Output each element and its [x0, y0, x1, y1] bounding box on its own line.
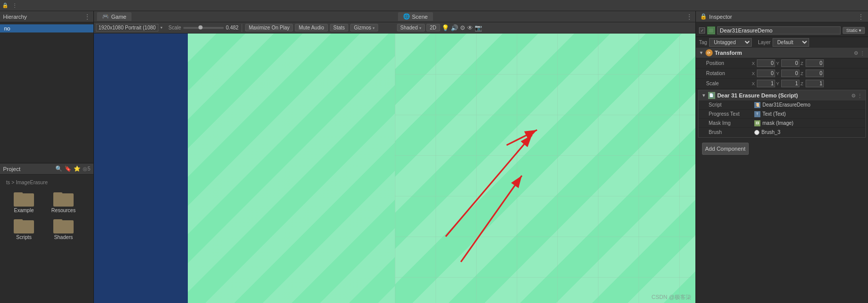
brush-label: Brush [709, 129, 754, 135]
scale-y-input[interactable] [781, 80, 799, 87]
scene-grid [395, 33, 696, 303]
add-component-button[interactable]: Add Component [702, 143, 749, 155]
sy-label: Y [776, 81, 780, 86]
hierarchy-selected-item[interactable]: no [0, 24, 93, 32]
progress-text-ref[interactable]: Text (Text) [762, 111, 786, 117]
transform-collapse-icon: ▼ [699, 50, 704, 55]
rotation-x-item: X [752, 70, 775, 77]
brush-value: Brush_3 [754, 129, 861, 135]
gizmos-arrow: ▾ [373, 26, 375, 30]
mute-audio-button[interactable]: Mute Audio [295, 24, 327, 31]
position-x-item: X [752, 59, 775, 67]
static-button[interactable]: Static ▾ [843, 27, 865, 34]
2d-button[interactable]: 2D [426, 24, 440, 31]
project-panel-header: Project 🔍 🔖 ⭐ ◎5 [0, 163, 93, 175]
folder-scripts[interactable]: Scripts [6, 217, 42, 240]
scale-z-item: Z [800, 80, 824, 87]
rotation-z-item: Z [800, 70, 824, 77]
hierarchy-dots[interactable]: ⋮ [84, 13, 90, 20]
script-filename[interactable]: Dear31ErasureDemo [762, 102, 811, 108]
folder-scripts-label: Scripts [16, 234, 32, 240]
scale-z-input[interactable] [806, 80, 824, 87]
inspector-tab[interactable]: Inspector [709, 14, 732, 20]
x-label: X [752, 61, 756, 66]
script-component-header[interactable]: ▼ 📄 Dear 31 Erasure Demo (Script) ⚙ ⋮ [698, 90, 865, 100]
scale-x-input[interactable] [757, 80, 775, 87]
position-z-input[interactable] [806, 59, 824, 67]
folder-example[interactable]: Example [6, 190, 42, 213]
transform-settings-icon[interactable]: ⚙ ⋮ [854, 50, 865, 56]
position-label: Position [706, 60, 752, 66]
scale-value: 0.482 [226, 25, 239, 30]
gizmos-button[interactable]: Gizmos ▾ [350, 24, 378, 31]
scene-tab[interactable]: 🌐 Scene [398, 12, 433, 21]
position-x-input[interactable] [757, 59, 775, 67]
stats-button[interactable]: Stats [330, 24, 349, 31]
top-bar: 🔒 ⋮ [0, 0, 868, 11]
scale-slider[interactable] [183, 27, 224, 29]
hierarchy-tab-label: Hierarchy [3, 14, 27, 20]
main-area: Hierarchy ⋮ no Project 🔍 🔖 ⭐ ◎5 ts > Ima… [0, 11, 868, 303]
script-collapse-icon: ▼ [702, 93, 706, 98]
game-tab-icon: 🎮 [102, 13, 109, 20]
layer-label: Layer [758, 40, 771, 45]
folder-shaders-icon [53, 217, 74, 233]
filter-icon[interactable]: ◎5 [83, 166, 90, 172]
game-stripe-overlay [188, 33, 395, 303]
layer-dropdown[interactable]: Default [773, 38, 809, 47]
scale-x-item: X [752, 80, 775, 87]
position-y-input[interactable] [781, 59, 799, 67]
object-name-input[interactable] [717, 26, 841, 35]
resolution-dropdown[interactable]: 1920x1080 Portrait (1080 [96, 24, 158, 31]
scale-xyz: X Y Z [752, 80, 864, 87]
folder-resources[interactable]: Resources [46, 190, 81, 213]
scene-toolbar: Shaded ▾ 2D 💡 🔊 ⚙ 👁 📷 [395, 22, 696, 33]
tag-dropdown[interactable]: Untagged [709, 38, 752, 47]
scale-label: Scale [169, 25, 181, 30]
object-row2: Tag Untagged Layer Default [696, 37, 868, 48]
search-icon[interactable]: 🔍 [55, 165, 62, 172]
scene-toolbar-icon5[interactable]: 📷 [475, 24, 482, 31]
maximize-on-play-button[interactable]: Maximize On Play [245, 24, 293, 31]
scene-content [395, 33, 696, 303]
scene-dots[interactable]: ⋮ [686, 13, 692, 20]
inspector-dots[interactable]: ⋮ [858, 13, 864, 20]
scene-toolbar-icon3[interactable]: ⚙ [460, 24, 465, 31]
text-component-icon: T [754, 111, 760, 117]
brush-ref[interactable]: Brush_3 [761, 129, 780, 135]
mask-img-ref[interactable]: mask (Image) [762, 120, 793, 126]
script-prop-row: Script 📜 Dear31ErasureDemo [698, 100, 865, 110]
lock-icon[interactable]: 🔒 [0, 3, 10, 8]
object-enabled-checkbox[interactable]: ✓ [699, 27, 705, 33]
scene-toolbar-icon4[interactable]: 👁 [467, 24, 473, 31]
script-icon: 📄 [708, 92, 715, 99]
rotation-x-input[interactable] [757, 70, 775, 77]
script-component-title: Dear 31 Erasure Demo (Script) [717, 92, 849, 98]
rotation-z-input[interactable] [806, 70, 824, 77]
game-tab[interactable]: 🎮 Game [97, 12, 131, 21]
transform-component: ▼ ⟳ Transform ⚙ ⋮ Position X Y [696, 48, 868, 89]
mask-img-row: Mask Img 🖼 mask (Image) [698, 119, 865, 128]
script-settings-icon[interactable]: ⚙ ⋮ [851, 93, 862, 98]
game-tab-label: Game [111, 14, 126, 20]
transform-icon: ⟳ [706, 49, 713, 56]
position-z-item: Z [800, 59, 824, 67]
scene-toolbar-icon2[interactable]: 🔊 [451, 24, 458, 31]
shaded-dropdown[interactable]: Shaded ▾ [397, 24, 425, 31]
menu-dots-icon[interactable]: ⋮ [10, 3, 19, 8]
scale-prop-label: Scale [706, 81, 752, 86]
transform-header[interactable]: ▼ ⟳ Transform ⚙ ⋮ [696, 48, 868, 58]
bookmark-icon[interactable]: 🔖 [64, 165, 72, 172]
project-content: ts > ImageErasure Example Resources Scri… [0, 175, 93, 303]
folder-shaders-label: Shaders [54, 234, 73, 240]
tag-label: Tag [699, 40, 707, 45]
star-icon[interactable]: ⭐ [74, 165, 81, 172]
watermark: CSDN @极客柒 [652, 293, 691, 301]
rotation-label: Rotation [706, 71, 752, 76]
folder-shaders[interactable]: Shaders [46, 217, 81, 240]
rotation-y-input[interactable] [781, 70, 799, 77]
folder-resources-label: Resources [51, 208, 76, 213]
scale-y-item: Y [776, 80, 799, 87]
scene-toolbar-icon1[interactable]: 💡 [442, 24, 449, 31]
inspector-icon: 🔒 [700, 13, 707, 20]
